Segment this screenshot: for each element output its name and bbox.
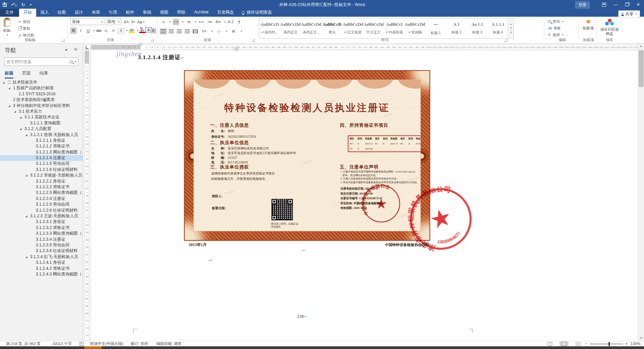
restore-button[interactable] [621, 0, 633, 9]
nav-tree-item[interactable]: ◢3.1.1 高新技术企业 [0, 114, 83, 120]
page-indicator[interactable]: 第 218 页, 共 952 页 [6, 341, 41, 347]
grow-font-button[interactable]: A˄ [123, 19, 130, 25]
shrink-font-button[interactable]: A˅ [130, 19, 137, 25]
word-count[interactable]: 33113 个字 [53, 341, 72, 347]
collapse-triangle-icon[interactable]: ◢ [25, 172, 27, 178]
paragraph-dialog-launcher[interactable] [252, 39, 255, 42]
font-size-combo[interactable]: 四号▾ [106, 18, 121, 25]
zoom-slider[interactable] [590, 344, 623, 344]
ribbon-tab-视图[interactable]: 视图 [156, 9, 173, 17]
web-layout-button[interactable] [574, 341, 582, 347]
nav-tab-页面[interactable]: 页面 [22, 70, 31, 79]
asian-layout-button[interactable]: A⇋ [215, 19, 221, 25]
ribbon-tab-设计[interactable]: 设计 [70, 9, 87, 17]
copy-button[interactable]: 复制 [18, 26, 34, 31]
ribbon-tab-布局[interactable]: 布局 [87, 9, 104, 17]
line-spacing-button[interactable]: ⇕≡ [201, 28, 207, 34]
nav-tree-item[interactable]: 3.1.2.3.4 注册证 [0, 237, 83, 242]
increase-indent-button[interactable]: ⇥≡ [207, 19, 213, 25]
minimize-button[interactable] [610, 0, 621, 9]
paste-button[interactable]: 粘贴▾ [3, 19, 11, 37]
show-marks-button[interactable]: ¶ [236, 19, 242, 25]
replace-button[interactable]: ab替换 [548, 26, 564, 31]
nav-tree-item[interactable]: 3.1.2.3.2 资格证书 [0, 225, 83, 231]
italic-button[interactable]: I [78, 27, 84, 34]
scroll-up-icon[interactable]: ▲ [638, 43, 644, 49]
char-shading-button[interactable]: A [150, 28, 156, 33]
style-item-0[interactable]: AaBbCcD↵表内列... [259, 18, 280, 38]
style-item-5[interactable]: AaBbCcDd中文正文 [363, 18, 384, 38]
ribbon-tab-插入[interactable]: 插入 [36, 9, 53, 17]
ribbon-tab-绘图[interactable]: 绘图 [53, 9, 70, 17]
nav-tree-item[interactable]: ◢3.1 技术实力 [0, 109, 83, 114]
style-item-1[interactable]: AaBbCcDdE表内正文 [280, 18, 301, 38]
nav-search-input[interactable] [6, 60, 70, 64]
search-icon[interactable] [70, 61, 73, 63]
nav-tree-item[interactable]: 3.1.2.4.3 网站查询截图（... [0, 271, 83, 277]
collapse-triangle-icon[interactable]: ◢ [8, 103, 10, 109]
shading-button[interactable]: ◇ [216, 28, 222, 34]
style-item-4[interactable]: AaBbCcDd↵正文缩进 [342, 18, 363, 38]
strikethrough-button[interactable]: abc [96, 27, 102, 34]
align-center-button[interactable] [169, 29, 174, 33]
ribbon-tab-邮件[interactable]: 邮件 [122, 9, 139, 17]
nav-search-box[interactable]: ▾ [4, 57, 78, 66]
decrease-indent-button[interactable]: ⇤≡ [198, 19, 205, 25]
nav-tree-item[interactable]: 3.1.2.1.5 劳动合同 [0, 161, 83, 166]
nav-tree-item[interactable]: 3.1.2.2.4 注册证 [0, 196, 83, 202]
nav-tree-item[interactable]: ◢3.1.2.4 彭飞-无损检验人员 [0, 254, 83, 260]
find-button[interactable]: 查找▾ [548, 19, 564, 24]
add-ins-button[interactable]: 加载项 [581, 19, 595, 30]
nav-tree-item[interactable]: ◢3 评分细则中技术部分响应资料 [0, 103, 83, 109]
nav-tree-item[interactable]: 2 技术条款响应/偏离表 [0, 97, 83, 103]
nav-tree-item[interactable]: 3.1.2.2.6 社保证明材料 [0, 208, 83, 213]
style-item-3[interactable]: AaBbCcD要点 [322, 18, 342, 38]
save-to-baidu-button[interactable]: 保存到百度网盘 [599, 19, 620, 36]
ribbon-tab-审阅[interactable]: 审阅 [139, 9, 156, 17]
first-line-indent-marker[interactable] [138, 43, 143, 46]
nav-tree-item[interactable]: 3.1.2.1.6 社保证明材料 [0, 167, 83, 172]
nav-tree-item[interactable]: 1.1 SY/T 5323-2016 [0, 91, 83, 97]
collapse-triangle-icon[interactable]: ◢ [3, 80, 5, 85]
cut-button[interactable]: ✂剪切 [18, 19, 34, 24]
nav-tab-标题[interactable]: 标题 [5, 70, 13, 79]
format-painter-button[interactable]: 格式刷 [18, 33, 34, 38]
nav-tree-item[interactable]: 3.1.2.2.2 资格证书 [0, 184, 83, 190]
zoom-slider-thumb[interactable] [609, 342, 610, 346]
proofing-status-icon[interactable] [80, 341, 83, 347]
collapse-triangle-icon[interactable]: ◢ [20, 114, 22, 120]
nav-close-icon[interactable]: × [74, 46, 77, 53]
align-right-button[interactable] [177, 29, 182, 33]
track-changes-indicator[interactable]: 修订: 关闭 [131, 341, 148, 347]
nav-tree-item[interactable]: 3.1.2.3.6 社保证明材料 [0, 248, 83, 254]
style-item-9[interactable]: A 1标题 2 [446, 18, 467, 38]
print-layout-button[interactable] [560, 341, 568, 347]
collapse-triangle-icon[interactable]: ◢ [20, 126, 22, 132]
highlight-button[interactable]: ab [129, 28, 135, 33]
sort-button[interactable]: A↓Z [228, 19, 234, 25]
borders-button[interactable]: ⊞ [230, 28, 237, 34]
clipboard-dialog-launcher[interactable] [62, 39, 65, 42]
font-dialog-launcher[interactable] [151, 39, 154, 42]
underline-button[interactable]: U [85, 27, 91, 34]
nav-tree-item[interactable]: ◢3.1.2.3 王波-无损检验人员 [0, 213, 83, 219]
close-button[interactable]: × [633, 0, 644, 9]
ribbon-tab-开始[interactable]: 开始 [19, 9, 36, 17]
change-case-button[interactable]: Aa▾ [137, 19, 145, 25]
nav-tree-item[interactable]: 3.1.2.3.5 劳动合同 [0, 242, 83, 248]
horizontal-ruler[interactable]: 2468101214161820222426283032343638404244… [91, 43, 644, 51]
zoom-in-button[interactable]: + [625, 341, 628, 347]
nav-tree-item[interactable]: 3.1.2.1.3 网站查询截图（... [0, 149, 83, 155]
ribbon-tab-百度网盘[interactable]: 百度网盘 [213, 9, 238, 17]
nav-tab-结果[interactable]: 结果 [39, 70, 48, 79]
scroll-down-icon[interactable]: ▼ [638, 336, 644, 341]
nav-tree-item[interactable]: 3.1.2.1.4 注册证 [0, 155, 83, 161]
distribute-button[interactable] [193, 29, 198, 33]
login-button[interactable]: 登录 [575, 1, 590, 9]
nav-tree-item[interactable]: 3.1.2.3.3 网站查询截图（... [0, 231, 83, 236]
ribbon-tab-Acrobat[interactable]: Acrobat [190, 9, 213, 17]
style-item-11[interactable]: A 1.1.1标题 4 [488, 18, 508, 38]
nav-tree-item[interactable]: ◢二 技术投标文件 [0, 80, 83, 85]
style-item-8[interactable]: 一标题 1 [425, 18, 446, 38]
font-color-button[interactable]: A [139, 28, 146, 33]
